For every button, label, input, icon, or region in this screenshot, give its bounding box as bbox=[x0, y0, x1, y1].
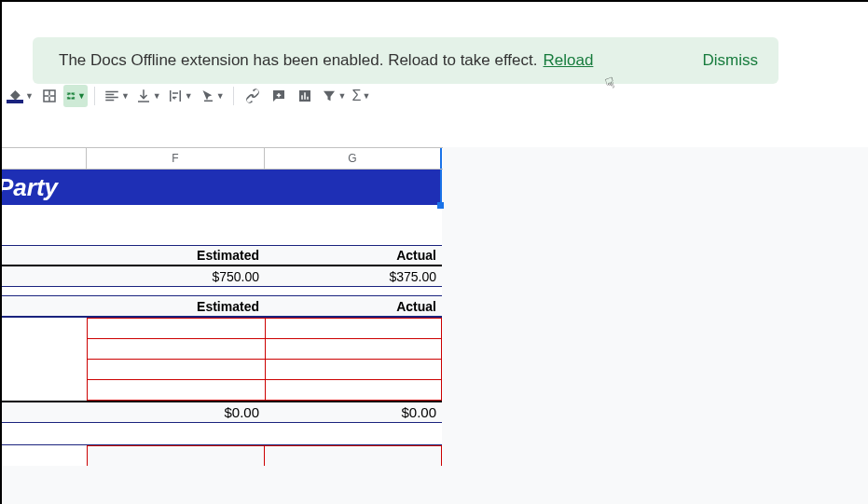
spreadsheet-area[interactable]: F G Party Estimated Actual $750.00 $375.… bbox=[2, 147, 868, 504]
cursor-icon: ☟ bbox=[603, 74, 617, 93]
borders-icon bbox=[41, 88, 58, 104]
fill-color-button[interactable]: ◆ ▼ bbox=[4, 89, 35, 103]
section1-value-row[interactable]: $750.00 $375.00 bbox=[2, 266, 442, 287]
align-left-icon bbox=[103, 88, 120, 104]
filter-icon bbox=[321, 88, 338, 104]
comment-icon bbox=[270, 88, 287, 104]
total-estimated[interactable]: $0.00 bbox=[87, 402, 265, 423]
header-estimated[interactable]: Estimated bbox=[87, 296, 265, 317]
insert-comment-button[interactable] bbox=[267, 85, 291, 107]
cell[interactable] bbox=[88, 380, 266, 401]
toolbar: ◆ ▼ ▼ ▼ ▼ ▼ ▼ ▼ Σ▼ bbox=[4, 84, 372, 108]
total-actual[interactable]: $0.00 bbox=[265, 402, 442, 423]
valign-bottom-icon bbox=[135, 88, 152, 104]
cell[interactable] bbox=[88, 319, 266, 339]
section2-header-row[interactable]: Estimated Actual bbox=[2, 296, 442, 317]
link-icon bbox=[244, 88, 261, 104]
cell[interactable] bbox=[88, 360, 266, 380]
filter-button[interactable]: ▼ bbox=[319, 88, 349, 104]
detail-row-start[interactable] bbox=[2, 445, 442, 466]
column-header-e[interactable] bbox=[2, 148, 87, 169]
header-actual[interactable]: Actual bbox=[265, 296, 442, 317]
cell[interactable] bbox=[88, 339, 266, 360]
banner-message: The Docs Offline extension has been enab… bbox=[59, 51, 538, 70]
column-headers: F G bbox=[2, 147, 443, 170]
detail-block[interactable] bbox=[2, 317, 442, 402]
column-header-f[interactable]: F bbox=[87, 148, 265, 169]
detail-table[interactable] bbox=[87, 318, 442, 401]
reload-link[interactable]: Reload bbox=[544, 51, 594, 70]
grid[interactable]: Party Estimated Actual $750.00 $375.00 E… bbox=[2, 170, 442, 466]
title-row[interactable]: Party bbox=[2, 170, 442, 205]
cell[interactable] bbox=[266, 319, 442, 339]
title-cell: Party bbox=[1, 173, 58, 202]
cell[interactable] bbox=[2, 266, 87, 287]
spacer-row[interactable] bbox=[2, 205, 442, 246]
borders-button[interactable] bbox=[37, 85, 62, 107]
cell[interactable] bbox=[2, 246, 87, 266]
spacer-row[interactable] bbox=[2, 287, 442, 296]
fill-color-icon: ◆ bbox=[6, 89, 24, 103]
cell[interactable] bbox=[2, 296, 87, 317]
horizontal-align-button[interactable]: ▼ bbox=[102, 88, 131, 104]
value-actual[interactable]: $375.00 bbox=[265, 266, 442, 287]
totals-row[interactable]: $0.00 $0.00 bbox=[2, 402, 442, 423]
offline-extension-banner: The Docs Offline extension has been enab… bbox=[33, 37, 778, 84]
functions-button[interactable]: Σ▼ bbox=[351, 88, 373, 104]
wrap-icon bbox=[167, 88, 184, 104]
section1-header-row[interactable]: Estimated Actual bbox=[2, 246, 442, 266]
header-estimated[interactable]: Estimated bbox=[87, 246, 265, 266]
merge-cells-button[interactable]: ▼ bbox=[63, 85, 88, 107]
sigma-icon: Σ bbox=[352, 88, 362, 104]
cell[interactable] bbox=[87, 445, 265, 466]
cell[interactable] bbox=[2, 402, 87, 423]
dismiss-button[interactable]: Dismiss bbox=[703, 51, 759, 70]
header-actual[interactable]: Actual bbox=[265, 246, 442, 266]
out-of-sheet-area bbox=[443, 147, 868, 504]
cell[interactable] bbox=[266, 360, 442, 380]
text-rotation-button[interactable]: ▼ bbox=[197, 88, 227, 104]
spacer-row[interactable] bbox=[2, 423, 442, 445]
vertical-align-button[interactable]: ▼ bbox=[133, 88, 163, 104]
chart-icon bbox=[296, 88, 313, 104]
value-estimated[interactable]: $750.00 bbox=[87, 266, 265, 287]
insert-chart-button[interactable] bbox=[293, 85, 317, 107]
merge-cells-icon bbox=[65, 88, 76, 104]
cell[interactable] bbox=[266, 339, 442, 360]
cell[interactable] bbox=[265, 445, 442, 466]
rotation-icon bbox=[199, 88, 215, 104]
toolbar-separator bbox=[94, 87, 95, 105]
text-wrap-button[interactable]: ▼ bbox=[165, 88, 195, 104]
toolbar-separator bbox=[233, 87, 234, 105]
insert-link-button[interactable] bbox=[241, 85, 265, 107]
cell[interactable] bbox=[266, 380, 442, 401]
column-header-g[interactable]: G bbox=[265, 148, 442, 169]
